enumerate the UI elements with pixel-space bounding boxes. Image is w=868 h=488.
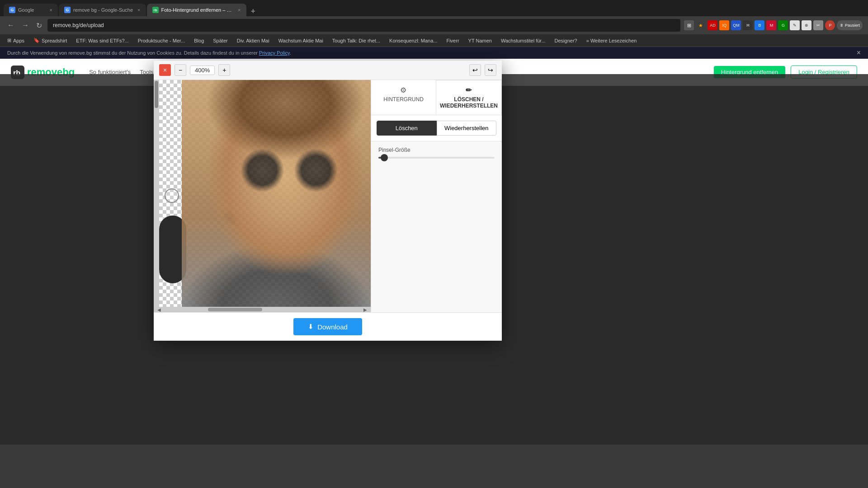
bookmark-label-9: Konsequenzl: Mana... [389,38,437,43]
extension9-icon[interactable]: ✂ [813,20,823,30]
bookmark-label-8: Tough Talk: Die rhet... [332,38,380,43]
tab-title-removebg: Foto-Hintergrund entfernen – re... [161,7,234,13]
redo-button[interactable]: ↪ [485,64,496,76]
new-tab-button[interactable]: + [247,7,259,16]
bookmark-label-6: Div. Aktien Mai [237,38,269,43]
undo-button[interactable]: ↩ [469,64,481,76]
download-icon: ⬇ [308,323,314,331]
bookmark-label-13: Designer? [555,38,577,43]
adblocker-icon[interactable]: AD [708,20,717,30]
pause-btn[interactable]: ⏸ Pausiert [837,20,863,30]
bookmark-star-icon[interactable]: ★ [696,20,706,30]
tab-favicon-removebg: rb [152,7,159,13]
extension5-icon[interactable]: M [766,20,776,30]
edit-modal: × − 400% + ↩ ↪ [154,61,502,341]
bookmark-label-5: Später [213,38,227,43]
forward-button[interactable]: → [20,19,31,31]
tab-search[interactable]: G remove bg - Google-Suche × [59,4,146,16]
extension8-icon[interactable]: ⊗ [802,20,811,30]
bookmark-label-4: Blog [194,38,204,43]
brush-size-label: Pinsel-Größe [378,147,495,153]
horizontal-scroll-thumb[interactable] [208,308,262,311]
bookmark-blog[interactable]: Blog [190,37,208,44]
bookmark-label-7: Wachstum Aktie Mai [278,38,323,43]
zoom-out-button[interactable]: − [175,64,186,76]
canvas-container [159,80,371,307]
extension2-icon[interactable]: QM [731,20,741,30]
bookmark-more-label: » Weitere Lesezeichen [586,38,637,43]
extension7-icon[interactable]: ✎ [790,20,800,30]
download-label: Download [317,323,348,331]
hintergrund-tab-icon: ⚙ [400,86,406,94]
slider-track[interactable] [378,157,495,159]
tab-favicon-google: G [9,7,15,13]
modal-footer: ⬇ Download [154,312,502,341]
bookmark-etf[interactable]: ETF: Was sind ETFs?... [72,37,132,44]
bookmark-konsequenz[interactable]: Konsequenzl: Mana... [386,37,441,44]
profile-icon[interactable]: P [825,20,835,30]
browser-chrome: G Google × G remove bg - Google-Suche × … [0,0,868,47]
tab-title-search: remove bg - Google-Suche [73,7,133,13]
bookmark-tough-talk[interactable]: Tough Talk: Die rhet... [329,37,384,44]
hintergrund-tab-label: HINTERGRUND [383,96,424,103]
bookmark-wachstumstitel[interactable]: Wachstumstitel für... [497,37,549,44]
extension4-icon[interactable]: B [755,20,764,30]
bookmark-more[interactable]: » Weitere Lesezeichen [583,37,641,44]
tab-favicon-search: G [64,7,71,13]
cookie-banner: Durch die Verwendung von remove.bg stimm… [0,47,868,59]
loeschen-tab-icon: ✏ [466,86,472,94]
cookie-close-button[interactable]: × [857,49,861,57]
bookmark-spreadshirt[interactable]: 🔖 Spreadshirt [30,37,71,44]
extension3-icon[interactable]: H [743,20,753,30]
tab-close-search[interactable]: × [137,7,140,13]
apps-button[interactable]: ⊞ Apps [4,37,28,44]
tab-removebg[interactable]: rb Foto-Hintergrund entfernen – re... × [147,4,246,16]
tab-hintergrund[interactable]: ⚙ HINTERGRUND [371,80,436,115]
horizontal-scrollbar-area[interactable]: ◀ ▶ [154,307,371,312]
zoom-in-button[interactable]: + [218,64,230,76]
bookmark-favicon-1: 🔖 [33,38,40,43]
apps-label: Apps [13,38,24,43]
slider-thumb[interactable] [381,154,388,161]
bookmark-produkt[interactable]: Produktsuche - Mer... [134,37,189,44]
bookmark-designer[interactable]: Designer? [551,37,581,44]
tab-bar: G Google × G remove bg - Google-Suche × … [0,0,868,16]
extension6-icon[interactable]: G [778,20,788,30]
bookmark-label-2: ETF: Was sind ETFs?... [76,38,128,43]
modal-close-button[interactable]: × [159,64,171,76]
tab-google[interactable]: G Google × [4,4,58,16]
bookmark-label-10: Fiverr [446,38,459,43]
bookmark-wachstum[interactable]: Wachstum Aktie Mai [275,37,327,44]
url-input[interactable] [47,19,680,32]
back-button[interactable]: ← [5,19,16,31]
slider-container [378,157,495,159]
tab-close-google[interactable]: × [50,7,52,13]
vertical-scrollbar[interactable] [154,80,159,307]
privacy-policy-link[interactable]: Privacy Policy [259,50,290,56]
loeschen-action-button[interactable]: Löschen [377,121,437,136]
apps-grid-icon: ⊞ [7,38,11,43]
face-image [182,80,371,307]
tab-close-removebg[interactable]: × [238,7,241,13]
bookmark-fiverr[interactable]: Fiverr [443,37,462,44]
zoom-display: 400% [190,66,215,75]
refresh-button[interactable]: ↻ [34,19,44,32]
download-button[interactable]: ⬇ Download [293,318,362,335]
modal-toolbar: × − 400% + ↩ ↪ [154,61,502,80]
extension1-icon[interactable]: IQ [719,20,729,30]
website-area: Durch die Verwendung von remove.bg stimm… [0,47,868,445]
bookmark-label-1: Spreadshirt [42,38,67,43]
bookmarks-bar: ⊞ Apps 🔖 Spreadshirt ETF: Was sind ETFs?… [0,34,868,47]
bookmark-spaeter[interactable]: Später [209,37,231,44]
tab-loeschen[interactable]: ✏ LÖSCHEN / WIEDERHERSTELLEN [436,80,502,115]
tab-title-google: Google [18,7,45,13]
wiederherstellen-action-button[interactable]: Wiederherstellen [437,121,497,136]
vertical-scroll-thumb[interactable] [155,81,158,108]
loeschen-tab-label: LÖSCHEN / WIEDERHERSTELLEN [440,96,498,109]
bookmark-div-aktien[interactable]: Div. Aktien Mai [233,37,273,44]
panel-actions: Löschen Wiederherstellen [371,115,502,141]
extensions-icon[interactable]: ⊞ [684,20,694,30]
image-viewport [154,80,371,307]
panel-tabs: ⚙ HINTERGRUND ✏ LÖSCHEN / WIEDERHERSTELL… [371,80,502,115]
bookmark-yt-namen[interactable]: YT Namen [465,37,495,44]
